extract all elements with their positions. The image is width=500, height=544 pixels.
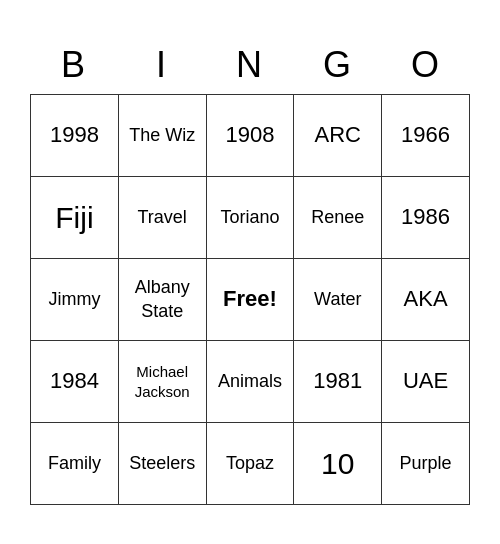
bingo-cell: Renee [294,177,382,259]
bingo-card: BINGO 1998The Wiz1908ARC1966FijiTravelTo… [20,29,480,515]
bingo-cell: Topaz [207,423,295,505]
bingo-cell: Fiji [31,177,119,259]
bingo-cell: Purple [382,423,470,505]
header-letter: I [118,39,206,94]
bingo-cell: Steelers [119,423,207,505]
bingo-cell: Animals [207,341,295,423]
bingo-cell: 10 [294,423,382,505]
bingo-cell: 1984 [31,341,119,423]
bingo-cell: 1986 [382,177,470,259]
header-letter: O [382,39,470,94]
bingo-cell: Water [294,259,382,341]
bingo-cell: Family [31,423,119,505]
bingo-cell: 1981 [294,341,382,423]
bingo-cell: Travel [119,177,207,259]
bingo-cell: The Wiz [119,95,207,177]
bingo-cell: Michael Jackson [119,341,207,423]
bingo-cell: AKA [382,259,470,341]
header-letter: N [206,39,294,94]
header-letter: B [30,39,118,94]
bingo-cell: Free! [207,259,295,341]
bingo-cell: Albany State [119,259,207,341]
bingo-cell: 1908 [207,95,295,177]
bingo-cell: 1998 [31,95,119,177]
bingo-cell: ARC [294,95,382,177]
bingo-cell: Toriano [207,177,295,259]
bingo-header: BINGO [30,39,470,94]
bingo-cell: UAE [382,341,470,423]
bingo-grid: 1998The Wiz1908ARC1966FijiTravelTorianoR… [30,94,470,505]
header-letter: G [294,39,382,94]
bingo-cell: 1966 [382,95,470,177]
bingo-cell: Jimmy [31,259,119,341]
